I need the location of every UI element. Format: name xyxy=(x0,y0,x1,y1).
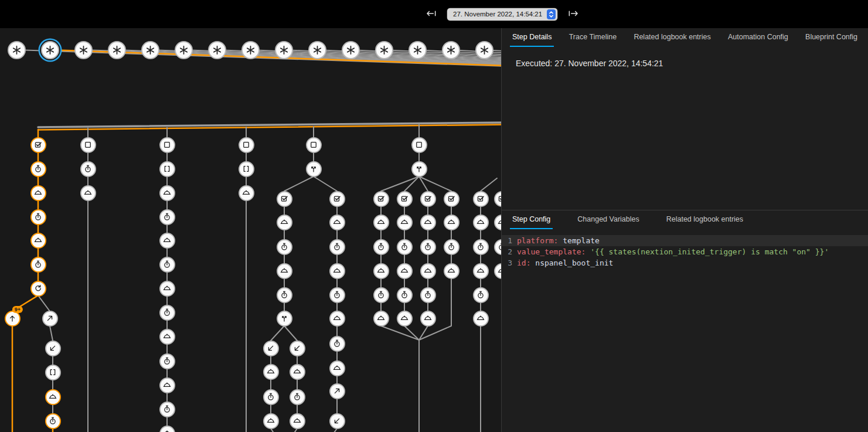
tab-blueprint-config[interactable]: Blueprint Config xyxy=(803,28,860,47)
graph-node-timer[interactable] xyxy=(329,287,345,303)
graph-node-dl[interactable] xyxy=(290,341,305,356)
graph-node-timer[interactable] xyxy=(473,287,489,303)
graph-node-service[interactable] xyxy=(373,215,389,230)
graph-node-service[interactable] xyxy=(159,281,175,297)
graph-node-cond[interactable] xyxy=(306,137,322,153)
graph-node-timer[interactable] xyxy=(397,287,413,303)
graph-node-dl[interactable] xyxy=(329,413,345,429)
graph-node-timer[interactable] xyxy=(80,161,96,177)
graph-node-service[interactable] xyxy=(290,413,305,429)
graph-node-service[interactable] xyxy=(263,364,279,380)
graph-node-timer[interactable] xyxy=(397,239,413,255)
tab-related-logbook-entries[interactable]: Related logbook entries xyxy=(664,210,746,229)
graph-node-timer[interactable] xyxy=(277,239,292,255)
graph-node-trigger[interactable] xyxy=(342,41,360,59)
graph-node-timer[interactable] xyxy=(159,353,175,369)
graph-node-cond_ok[interactable] xyxy=(397,191,413,207)
graph-node-timer[interactable] xyxy=(30,209,46,225)
graph-node-trigger[interactable] xyxy=(275,41,293,59)
graph-node-service[interactable] xyxy=(329,215,345,230)
graph-node-service[interactable] xyxy=(277,263,292,279)
graph-node-dl[interactable] xyxy=(263,341,279,356)
graph-node-service[interactable] xyxy=(373,263,389,279)
graph-node-service[interactable] xyxy=(329,360,345,376)
graph-node-timer[interactable] xyxy=(329,239,345,255)
graph-node-trigger[interactable] xyxy=(208,41,226,59)
graph-node-ne[interactable] xyxy=(329,383,345,399)
graph-node-service[interactable] xyxy=(444,215,459,230)
graph-node-trigger[interactable] xyxy=(442,41,460,59)
tab-related-logbook-entries[interactable]: Related logbook entries xyxy=(631,28,713,47)
graph-node-timer[interactable] xyxy=(30,257,46,273)
graph-node-service[interactable] xyxy=(473,215,489,230)
graph-node-trigger[interactable] xyxy=(108,41,126,59)
graph-node-service[interactable] xyxy=(45,389,61,405)
graph-node-cond[interactable] xyxy=(239,137,254,153)
graph-node-service[interactable] xyxy=(397,263,413,279)
graph-node-timer[interactable] xyxy=(30,161,46,177)
tab-trace-timeline[interactable]: Trace Timeline xyxy=(567,28,619,47)
graph-node-brackets[interactable] xyxy=(45,365,61,380)
tab-changed-variables[interactable]: Changed Variables xyxy=(575,210,641,229)
graph-node-timer[interactable] xyxy=(373,287,389,303)
graph-node-choose[interactable] xyxy=(277,311,292,326)
graph-node-trigger[interactable] xyxy=(141,41,159,59)
graph-node-cond_ok[interactable] xyxy=(329,191,345,207)
graph-node-trigger[interactable] xyxy=(8,41,26,59)
graph-node-timer[interactable] xyxy=(159,402,175,417)
graph-node-trigger[interactable] xyxy=(409,41,427,59)
graph-node-timer[interactable] xyxy=(473,239,489,255)
graph-node-service[interactable] xyxy=(159,233,175,249)
graph-node-cond_ok[interactable] xyxy=(30,137,46,153)
graph-node-trigger[interactable] xyxy=(41,41,59,59)
graph-node-choose[interactable] xyxy=(411,161,427,177)
graph-node-ne[interactable] xyxy=(42,311,58,326)
graph-node-service[interactable] xyxy=(420,263,436,279)
next-run-button[interactable] xyxy=(567,8,580,21)
graph-node-service[interactable] xyxy=(159,329,175,345)
previous-run-button[interactable] xyxy=(425,8,438,21)
graph-node-cond[interactable] xyxy=(80,137,96,153)
graph-node-timer[interactable] xyxy=(159,209,175,225)
step-config-code[interactable]: 1platform: template2value_template: '{{ … xyxy=(502,235,868,268)
graph-node-timer[interactable] xyxy=(277,287,292,303)
tab-automation-config[interactable]: Automation Config xyxy=(726,28,791,47)
graph-node-cond_ok[interactable] xyxy=(373,191,389,207)
graph-node-brackets[interactable] xyxy=(159,161,175,177)
graph-node-brackets[interactable] xyxy=(239,161,254,177)
graph-node-choose[interactable] xyxy=(306,161,322,177)
graph-node-cond_ok[interactable] xyxy=(473,191,489,207)
graph-node-service[interactable] xyxy=(420,215,436,230)
graph-node-trigger[interactable] xyxy=(475,41,493,59)
graph-node-service[interactable] xyxy=(159,185,175,201)
graph-node-service[interactable] xyxy=(373,311,389,326)
graph-node-trigger[interactable] xyxy=(308,41,326,59)
graph-node-timer[interactable] xyxy=(420,287,436,303)
graph-node-service[interactable] xyxy=(159,377,175,393)
graph-node-trigger[interactable] xyxy=(375,41,393,59)
graph-node-cond[interactable] xyxy=(159,137,175,153)
graph-node-cond_ok[interactable] xyxy=(420,191,436,207)
graph-node-timer[interactable] xyxy=(159,305,175,321)
graph-node-timer[interactable] xyxy=(263,389,279,405)
graph-node-timer[interactable] xyxy=(329,336,345,352)
graph-node-timer[interactable] xyxy=(373,239,389,255)
graph-node-service[interactable] xyxy=(420,311,436,326)
graph-node-service[interactable] xyxy=(397,215,413,230)
graph-node-cond_ok[interactable] xyxy=(277,191,292,207)
graph-node-service[interactable] xyxy=(329,263,345,279)
graph-node-repeat[interactable] xyxy=(30,281,46,297)
graph-node-service[interactable] xyxy=(473,311,489,326)
graph-node-timer[interactable] xyxy=(45,413,61,429)
graph-node-cond[interactable] xyxy=(411,137,427,153)
graph-node-timer[interactable] xyxy=(159,257,175,273)
graph-node-service[interactable] xyxy=(263,413,279,429)
tab-step-details[interactable]: Step Details xyxy=(510,28,554,47)
graph-node-service[interactable] xyxy=(30,233,46,249)
graph-node-service[interactable] xyxy=(444,263,459,279)
run-selector[interactable]: 27. November 2022, 14:54:21 xyxy=(447,8,557,21)
graph-node-service[interactable] xyxy=(30,185,46,201)
graph-node-service[interactable] xyxy=(290,364,305,380)
tab-step-config[interactable]: Step Config xyxy=(510,210,553,229)
graph-node-trigger[interactable] xyxy=(74,41,93,59)
